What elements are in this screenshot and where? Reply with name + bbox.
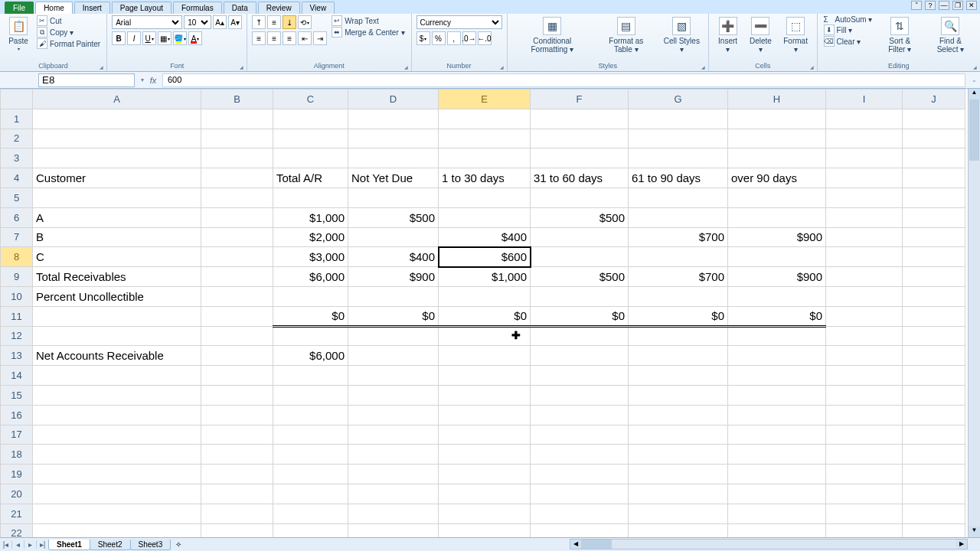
cell-I8[interactable] xyxy=(826,247,903,267)
row-header-10[interactable]: 10 xyxy=(1,286,33,306)
cell-A17[interactable] xyxy=(33,425,201,445)
tab-page-layout[interactable]: Page Layout xyxy=(112,2,172,14)
cell-F7[interactable] xyxy=(531,227,629,247)
cell-B20[interactable] xyxy=(201,484,273,504)
sort-filter-button[interactable]: ⇅Sort & Filter ▾ xyxy=(877,15,922,55)
cell-D11[interactable]: $0 xyxy=(348,306,439,326)
cell-I12[interactable] xyxy=(826,326,903,346)
cell-F19[interactable] xyxy=(531,465,629,484)
sheet-nav-first[interactable]: |◂ xyxy=(0,540,12,549)
increase-decimal-button[interactable]: .0→ xyxy=(462,31,476,45)
cell-B22[interactable] xyxy=(201,523,273,537)
cell-I14[interactable] xyxy=(826,366,903,386)
cell-E9[interactable]: $1,000 xyxy=(439,267,531,287)
cell-H14[interactable] xyxy=(728,366,826,386)
cell-B19[interactable] xyxy=(201,465,273,484)
cell-D19[interactable] xyxy=(348,465,439,484)
align-left-button[interactable]: ≡ xyxy=(252,31,266,45)
cell-B6[interactable] xyxy=(201,207,273,227)
cell-I21[interactable] xyxy=(826,504,903,523)
cell-E17[interactable] xyxy=(439,425,531,445)
cell-J21[interactable] xyxy=(903,504,965,523)
cell-A6[interactable]: A xyxy=(33,207,201,227)
cell-I22[interactable] xyxy=(826,523,903,537)
row-header-20[interactable]: 20 xyxy=(1,484,33,504)
cell-A7[interactable]: B xyxy=(33,227,201,247)
cell-G19[interactable] xyxy=(629,465,728,484)
cell-H10[interactable] xyxy=(728,286,826,306)
cell-E19[interactable] xyxy=(439,465,531,484)
cell-E7[interactable]: $400 xyxy=(439,227,531,247)
cell-J17[interactable] xyxy=(903,425,965,445)
find-select-button[interactable]: 🔍Find & Select ▾ xyxy=(926,15,975,55)
cell-E21[interactable] xyxy=(439,504,531,523)
cell-D2[interactable] xyxy=(348,129,439,148)
cell-J3[interactable] xyxy=(903,148,965,168)
cell-C20[interactable] xyxy=(273,484,348,504)
cell-A9[interactable]: Total Receivables xyxy=(33,267,201,287)
select-all-corner[interactable] xyxy=(1,90,33,109)
cell-G1[interactable] xyxy=(629,109,728,129)
tab-review[interactable]: Review xyxy=(258,2,300,14)
sheet-nav-last[interactable]: ▸| xyxy=(37,540,49,549)
cell-H15[interactable] xyxy=(728,385,826,405)
fill-color-button[interactable]: 🪣▾ xyxy=(173,31,187,45)
cell-G18[interactable] xyxy=(629,445,728,465)
cell-D20[interactable] xyxy=(348,484,439,504)
cell-C10[interactable] xyxy=(273,286,348,306)
col-header-I[interactable]: I xyxy=(826,90,903,109)
format-cells-button[interactable]: ⬚Format ▾ xyxy=(779,15,812,55)
cell-J6[interactable] xyxy=(903,207,965,227)
cell-B16[interactable] xyxy=(201,405,273,425)
cell-C1[interactable] xyxy=(273,109,348,129)
row-header-11[interactable]: 11 xyxy=(1,306,33,326)
cell-H16[interactable] xyxy=(728,405,826,425)
comma-button[interactable]: , xyxy=(447,31,461,45)
cell-G16[interactable] xyxy=(629,405,728,425)
cell-H7[interactable]: $900 xyxy=(728,227,826,247)
row-header-2[interactable]: 2 xyxy=(1,129,33,148)
cell-J13[interactable] xyxy=(903,346,965,366)
cell-B12[interactable] xyxy=(201,326,273,346)
border-button[interactable]: ▦▾ xyxy=(158,31,172,45)
increase-indent-button[interactable]: ⇥ xyxy=(313,31,327,45)
cell-F12[interactable] xyxy=(531,326,629,346)
fx-icon[interactable]: fx xyxy=(147,76,159,85)
cell-I17[interactable] xyxy=(826,425,903,445)
cell-J16[interactable] xyxy=(903,405,965,425)
cell-G12[interactable] xyxy=(629,326,728,346)
clear-button[interactable]: ⌫Clear ▾ xyxy=(822,36,874,47)
cell-D9[interactable]: $900 xyxy=(348,267,439,287)
row-header-4[interactable]: 4 xyxy=(1,168,33,188)
cell-I6[interactable] xyxy=(826,207,903,227)
cell-G4[interactable]: 61 to 90 days xyxy=(629,168,728,188)
cell-G7[interactable]: $700 xyxy=(629,227,728,247)
cell-D13[interactable] xyxy=(348,346,439,366)
cell-H18[interactable] xyxy=(728,445,826,465)
cell-A18[interactable] xyxy=(33,445,201,465)
cell-C16[interactable] xyxy=(273,405,348,425)
sheet-nav-prev[interactable]: ◂ xyxy=(12,540,24,549)
cell-F9[interactable]: $500 xyxy=(531,267,629,287)
row-header-14[interactable]: 14 xyxy=(1,366,33,386)
cell-C4[interactable]: Total A/R xyxy=(273,168,348,188)
cell-I15[interactable] xyxy=(826,385,903,405)
row-header-15[interactable]: 15 xyxy=(1,385,33,405)
cell-H3[interactable] xyxy=(728,148,826,168)
scroll-left-icon[interactable]: ◀ xyxy=(570,540,581,549)
cell-I20[interactable] xyxy=(826,484,903,504)
tab-insert[interactable]: Insert xyxy=(74,2,110,14)
cell-C3[interactable] xyxy=(273,148,348,168)
cell-E5[interactable] xyxy=(439,187,531,207)
font-name-select[interactable]: Arial xyxy=(112,15,182,29)
cell-E20[interactable] xyxy=(439,484,531,504)
cell-A19[interactable] xyxy=(33,465,201,484)
cell-H4[interactable]: over 90 days xyxy=(728,168,826,188)
row-header-19[interactable]: 19 xyxy=(1,465,33,484)
align-right-button[interactable]: ≡ xyxy=(283,31,296,45)
row-header-12[interactable]: 12 xyxy=(1,326,33,346)
cell-A21[interactable] xyxy=(33,504,201,523)
minimize-ribbon-icon[interactable]: ˄ xyxy=(911,1,922,10)
cell-C12[interactable] xyxy=(273,326,348,346)
align-center-button[interactable]: ≡ xyxy=(267,31,281,45)
